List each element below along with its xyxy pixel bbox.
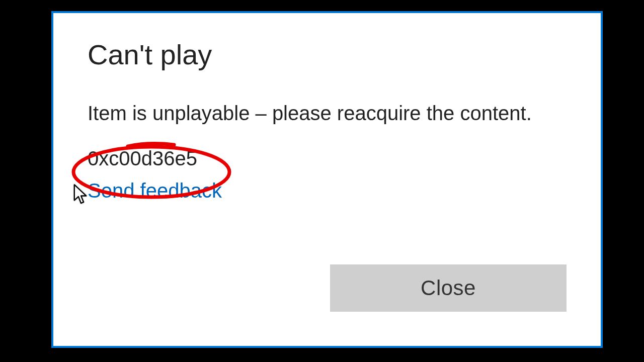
stage: Can't play Item is unplayable – please r…	[0, 0, 644, 362]
error-code-row: 0xc00d36e5	[88, 146, 581, 178]
dialog-message: Item is unplayable – please reacquire th…	[88, 101, 581, 126]
dialog-content: Can't play Item is unplayable – please r…	[88, 39, 581, 203]
cursor-icon	[73, 184, 89, 206]
dialog-title: Can't play	[88, 39, 581, 70]
error-code: 0xc00d36e5	[88, 146, 197, 171]
send-feedback-link[interactable]: Send feedback	[88, 178, 222, 203]
close-button[interactable]: Close	[330, 264, 567, 312]
error-dialog: Can't play Item is unplayable – please r…	[51, 11, 603, 348]
